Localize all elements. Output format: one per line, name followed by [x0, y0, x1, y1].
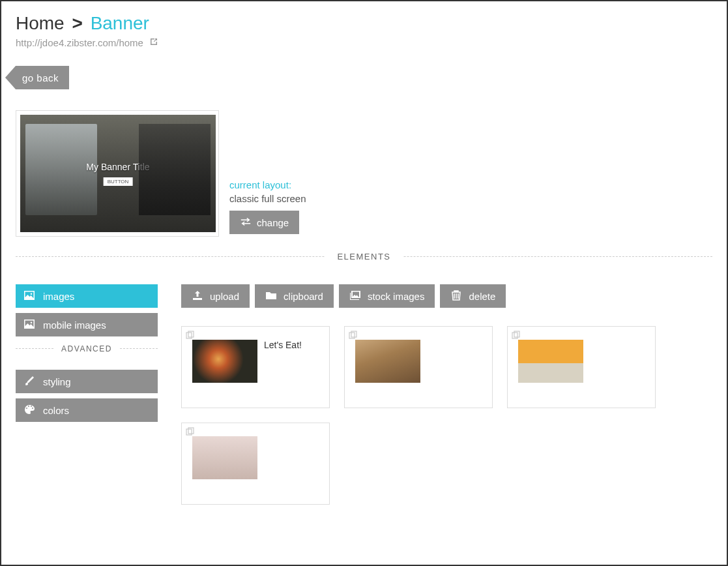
- thumbnail: [192, 340, 257, 383]
- sidebar-item-label: colors: [43, 405, 69, 416]
- thumbnail: [192, 436, 257, 479]
- advanced-divider: ADVANCED: [16, 348, 158, 361]
- svg-rect-0: [186, 333, 192, 338]
- layout-value: classic full screen: [229, 193, 306, 204]
- images-icon: [349, 290, 361, 303]
- sidebar-item-styling[interactable]: styling: [16, 370, 158, 393]
- image-icon: [23, 290, 35, 303]
- toolbar: upload clipboard stock images delete: [181, 284, 712, 308]
- breadcrumb-current: Banner: [91, 13, 149, 33]
- go-back-label: go back: [22, 72, 59, 83]
- thumbnail: [355, 340, 420, 383]
- breadcrumb: Home > Banner: [16, 13, 712, 34]
- external-link-icon[interactable]: [149, 37, 159, 49]
- sidebar-item-label: mobile images: [43, 320, 106, 331]
- thumbnail: [518, 340, 583, 383]
- layout-label: current layout:: [229, 179, 306, 190]
- sidebar-item-label: styling: [43, 376, 71, 387]
- upload-button[interactable]: upload: [181, 284, 250, 308]
- copy-icon: [186, 427, 195, 436]
- sidebar-item-images[interactable]: images: [16, 284, 158, 308]
- copy-icon: [349, 331, 358, 340]
- image-card[interactable]: [344, 326, 493, 408]
- layout-info: current layout: classic full screen chan…: [229, 179, 306, 237]
- delete-button[interactable]: delete: [440, 284, 506, 308]
- image-cards: Let's Eat!: [181, 326, 712, 505]
- copy-icon: [186, 331, 195, 340]
- copy-icon: [512, 331, 521, 340]
- main-panel: upload clipboard stock images delete: [181, 284, 712, 505]
- brush-icon: [23, 375, 35, 389]
- breadcrumb-sep: >: [72, 13, 82, 33]
- change-layout-button[interactable]: change: [229, 211, 299, 234]
- sidebar-item-mobile-images[interactable]: mobile images: [16, 313, 158, 336]
- svg-rect-4: [512, 333, 517, 338]
- page-url-row: http://jdoe4.zibster.com/home: [16, 37, 712, 49]
- image-icon: [23, 318, 35, 332]
- image-card[interactable]: Let's Eat!: [181, 326, 330, 408]
- swap-icon: [240, 217, 252, 228]
- preview-title-overlay: My Banner Title: [20, 162, 216, 172]
- sidebar: images mobile images ADVANCED styling co…: [16, 284, 158, 505]
- svg-rect-1: [188, 331, 194, 337]
- svg-rect-3: [351, 331, 357, 337]
- go-back-button[interactable]: go back: [16, 66, 69, 89]
- folder-icon: [265, 290, 277, 303]
- palette-icon: [23, 404, 35, 417]
- preview-button-overlay: BUTTON: [104, 177, 133, 186]
- image-card[interactable]: [181, 423, 330, 505]
- change-label: change: [257, 217, 289, 228]
- layout-preview[interactable]: My Banner Title BUTTON: [16, 110, 219, 237]
- svg-rect-6: [186, 429, 192, 435]
- clipboard-button[interactable]: clipboard: [255, 284, 334, 308]
- card-label: Let's Eat!: [264, 340, 302, 350]
- elements-divider: ELEMENTS: [16, 256, 712, 269]
- svg-rect-2: [349, 333, 355, 338]
- breadcrumb-root[interactable]: Home: [16, 13, 65, 33]
- sidebar-item-colors[interactable]: colors: [16, 398, 158, 422]
- svg-rect-7: [188, 428, 194, 434]
- upload-icon: [192, 290, 203, 303]
- trash-icon: [450, 290, 462, 303]
- svg-rect-5: [514, 331, 519, 337]
- image-card[interactable]: [507, 326, 656, 408]
- stock-images-button[interactable]: stock images: [339, 284, 435, 308]
- sidebar-item-label: images: [43, 291, 74, 302]
- page-url: http://jdoe4.zibster.com/home: [16, 37, 143, 48]
